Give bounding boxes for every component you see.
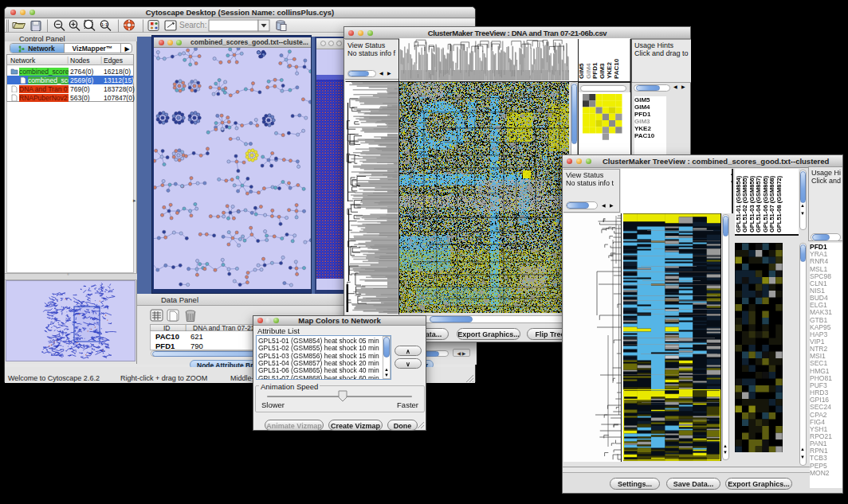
svg-text:Search:: Search: [179,21,206,29]
svg-text:GPL51-08 (GSM872): GPL51-08 (GSM872) [775,175,783,232]
svg-text:1:1: 1:1 [101,22,108,27]
